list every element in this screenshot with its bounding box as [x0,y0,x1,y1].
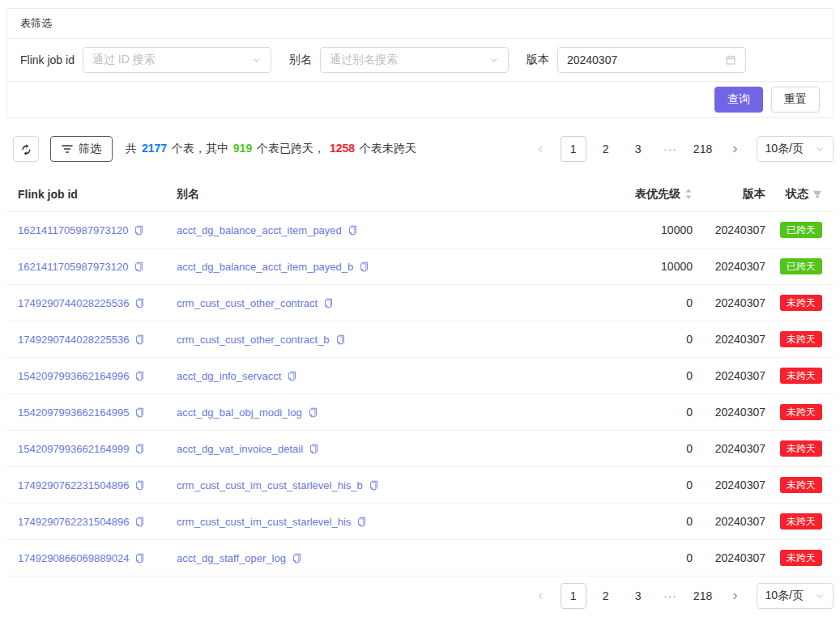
copy-icon[interactable] [292,553,302,564]
copy-icon[interactable] [287,371,297,381]
copy-icon[interactable] [134,517,145,527]
page-size-select[interactable]: 10条/页 [757,583,834,609]
alias-cell: crm_cust_cust_other_contract_b [177,333,555,346]
page-button-3[interactable]: 3 [625,136,651,162]
filter-item-job-id: Flink job id 通过 ID 搜索 [20,47,271,73]
version-cell: 20240307 [693,369,765,382]
table-row: 1749290744028225536 crm_cust_cust_other_… [6,285,834,321]
priority-cell: 0 [555,515,693,528]
alias-link[interactable]: acct_dg_vat_invoice_detail [177,443,303,455]
copy-icon[interactable] [134,262,144,272]
alias-select[interactable]: 通过别名搜索 [320,47,509,73]
priority-cell: 10000 [555,260,693,273]
status-badge: 未跨天 [780,404,822,420]
page-button-218[interactable]: 218 [690,583,716,609]
flink-job-id-select[interactable]: 通过 ID 搜索 [83,47,271,73]
copy-icon[interactable] [134,371,145,381]
alias-link[interactable]: crm_cust_cust_im_cust_starlevel_his_b [177,479,363,491]
copy-icon[interactable] [134,225,144,236]
status-badge: 已跨天 [780,222,822,238]
copy-icon[interactable] [134,334,145,345]
filter-card: 表筛选 Flink job id 通过 ID 搜索 别名 通过别名搜索 版本 [6,8,834,118]
flink-job-id-cell: 1542097993662164999 [18,442,177,455]
copy-icon[interactable] [134,480,145,491]
status-badge: 未跨天 [780,477,822,493]
table-header-row: Flink job id 别名 表优先级 版本 状态 [6,177,834,212]
flink-job-id-link[interactable]: 1542097993662164995 [18,406,129,419]
query-button[interactable]: 查询 [714,87,763,113]
status-cell: 未跨天 [765,477,822,493]
data-table: Flink job id 别名 表优先级 版本 状态 1621411705987… [6,177,834,576]
alias-link[interactable]: acct_dg_balance_acct_item_payed_b [177,261,353,273]
flink-job-id-link[interactable]: 1621411705987973120 [18,224,128,236]
flink-job-id-link[interactable]: 1542097993662164999 [18,443,129,455]
flink-job-id-link[interactable]: 1749290866069889024 [18,552,129,564]
page-button-218[interactable]: 218 [690,136,716,162]
chevron-down-icon [489,55,499,65]
page-button-2[interactable]: 2 [593,136,619,162]
version-date-picker[interactable]: 20240307 [557,47,746,73]
flink-job-id-link[interactable]: 1542097993662164996 [18,370,129,382]
page-button-1[interactable]: 1 [561,136,586,162]
flink-job-id-link[interactable]: 1621411705987973120 [18,261,128,273]
chevron-down-icon [815,144,825,154]
priority-cell: 0 [555,479,693,491]
header-status: 状态 [765,187,822,202]
table-row: 1621411705987973120 acct_dg_balance_acct… [6,249,834,285]
status-badge: 未跨天 [780,295,822,311]
page-button-1[interactable]: 1 [561,583,586,609]
header-priority[interactable]: 表优先级 [555,187,693,202]
copy-icon[interactable] [308,407,318,418]
sort-icon[interactable] [684,188,693,200]
filter-button-label: 筛选 [79,142,101,156]
next-page-button[interactable]: › [723,136,748,162]
status-badge: 未跨天 [780,440,822,457]
alias-link[interactable]: acct_dg_bal_obj_modi_log [177,406,302,419]
reset-button[interactable]: 重置 [771,87,820,113]
copy-icon[interactable] [134,407,145,418]
alias-cell: acct_dg_bal_obj_modi_log [177,406,555,419]
copy-icon[interactable] [335,334,346,345]
copy-icon[interactable] [309,444,319,454]
table-row: 1542097993662164999 acct_dg_vat_invoice_… [6,431,834,467]
flink-job-id-cell: 1542097993662164996 [18,369,177,382]
alias-link[interactable]: acct_dg_balance_acct_item_payed [177,224,342,236]
page-button-2[interactable]: 2 [593,583,619,609]
filter-button[interactable]: 筛选 [50,136,113,162]
alias-cell: acct_dg_balance_acct_item_payed_b [177,260,555,273]
filter-item-version: 版本 20240307 [527,47,746,73]
copy-icon[interactable] [369,480,379,491]
summary-prefix: 共 [126,142,140,155]
table-row: 1749290866069889024 acct_dg_staff_oper_l… [6,540,834,576]
copy-icon[interactable] [356,517,367,527]
copy-icon[interactable] [323,298,334,308]
flink-job-id-link[interactable]: 1749290762231504896 [18,516,129,528]
copy-icon[interactable] [134,444,145,454]
header-alias-label: 别名 [177,187,199,200]
copy-icon[interactable] [348,225,358,236]
flink-job-id-link[interactable]: 1749290744028225536 [18,297,129,309]
alias-link[interactable]: acct_dg_staff_oper_log [177,552,286,564]
priority-cell: 0 [555,551,693,564]
alias-link[interactable]: crm_cust_cust_im_cust_starlevel_his [177,516,351,528]
refresh-button[interactable] [13,136,39,162]
copy-icon[interactable] [134,298,145,308]
flink-job-id-link[interactable]: 1749290744028225536 [18,334,129,346]
column-filter-icon[interactable] [812,189,822,199]
prev-page-button[interactable]: ‹ [528,136,554,162]
alias-link[interactable]: acct_dg_info_servacct [177,370,281,382]
alias-link[interactable]: crm_cust_cust_other_contract_b [177,334,330,346]
table-row: 1542097993662164996 acct_dg_info_servacc… [6,358,834,394]
flink-job-id-cell: 1621411705987973120 [18,223,177,236]
page-button-3[interactable]: 3 [625,583,651,609]
copy-icon[interactable] [359,262,369,272]
next-page-button[interactable]: › [723,583,748,609]
priority-cell: 0 [555,406,693,419]
alias-link[interactable]: crm_cust_cust_other_contract [177,297,318,309]
page-size-select[interactable]: 10条/页 [757,136,834,162]
status-badge: 未跨天 [780,513,822,530]
copy-icon[interactable] [134,553,145,564]
flink-job-id-link[interactable]: 1749290762231504896 [18,479,129,491]
priority-cell: 0 [555,442,693,455]
prev-page-button[interactable]: ‹ [528,583,554,609]
